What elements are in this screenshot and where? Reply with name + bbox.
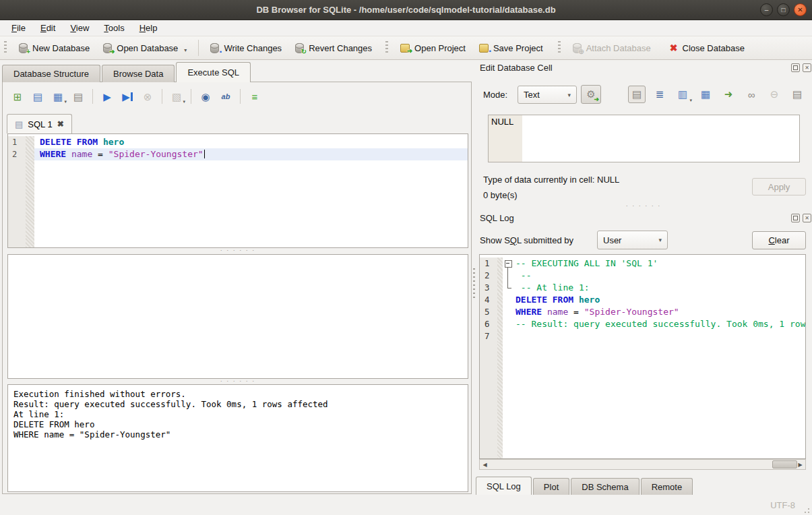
fold-marker [503,270,514,282]
tab-plot[interactable]: Plot [533,478,569,495]
line-number: 2 [8,148,26,160]
find-replace-icon[interactable]: ab [218,88,234,104]
tab-remote[interactable]: Remote [641,478,693,495]
main-toolbar: + New Database ➜ Open Database ▾ ▪ Write… [0,36,812,60]
sql-log-view[interactable]: 1-- EXECUTING ALL IN 'SQL 1' 2 -- 3 -- A… [479,254,806,459]
menu-help[interactable]: Help [132,21,165,35]
menu-edit[interactable]: Edit [33,21,63,35]
print-cell-icon[interactable]: ▤ [788,86,806,103]
horizontal-scrollbar[interactable]: ◀ ▶ [479,459,806,470]
execute-line-icon[interactable]: ▶ [119,88,135,104]
save-project-button[interactable]: ▪ Save Project [472,39,550,57]
open-external-icon[interactable]: ➜ [720,86,737,103]
menu-bar: File Edit View Tools Help [0,20,812,36]
clear-log-button[interactable]: Clear [752,231,806,249]
splitter-handle[interactable]: · · · · · · [7,380,468,384]
open-database-button[interactable]: ➜ Open Database ▾ [96,39,193,57]
set-null-icon[interactable]: ⊖ [766,86,783,103]
filter-label: Show SQL submitted by [480,235,573,245]
scroll-right-icon[interactable]: ▶ [795,460,805,469]
execute-sql-panel: ⊞ ▤ ▦▾ ▤ ▶ ▶ ⊗ ▧▾ ◉ ab ≡ ▤ SQL 1 ✖ 1 [2,82,472,494]
menu-view[interactable]: View [63,21,96,35]
fold-margin [26,148,34,160]
open-database-icon: ➜ [103,43,112,53]
float-dock-icon[interactable] [791,214,800,222]
text-cursor [204,150,205,158]
new-sql-tab-icon[interactable]: ⊞ [9,88,26,104]
close-tab-icon[interactable]: ✖ [57,119,64,129]
mode-label: Mode: [483,90,507,100]
auto-switch-mode-button[interactable]: ⚙ ➜ [581,85,601,104]
minimize-button[interactable]: – [760,3,773,16]
tab-database-structure[interactable]: Database Structure [2,65,100,82]
import-data-icon[interactable]: ▥▾ [674,86,691,103]
tab-sql-log[interactable]: SQL Log [476,477,532,495]
resize-grip[interactable] [802,506,810,514]
toolbar-drag-handle[interactable] [385,41,388,55]
open-project-icon: ➜ [400,44,410,53]
toolbar-separator [198,40,199,56]
attach-database-icon: ⊕ [573,43,582,53]
menu-file[interactable]: File [4,21,33,35]
close-database-icon: ✖ [670,43,678,53]
scroll-left-icon[interactable]: ◀ [480,460,490,469]
open-project-button[interactable]: ➜ Open Project [394,39,472,57]
results-grid[interactable] [7,254,468,379]
toolbar-drag-handle[interactable] [558,41,561,55]
code-line: WHERE name = "Spider-Youngster" [34,148,468,160]
toolbar-separator [92,89,93,104]
cell-type-info: Type of data currently in cell: NULL [483,175,619,185]
revert-changes-button[interactable]: ↻ Revert Changes [288,39,379,57]
format-sql-icon[interactable]: ≡ [247,88,263,104]
dock-tab-bar: SQL Log Plot DB Schema Remote [476,477,693,495]
text-mode-icon[interactable]: ▤ [628,86,646,103]
save-sql-file-icon[interactable]: ▦▾ [50,88,66,104]
copy-link-icon[interactable]: ∞ [743,86,760,103]
dock-controls: ✕ [791,214,811,222]
new-database-icon: + [19,43,28,53]
tab-db-schema[interactable]: DB Schema [571,478,639,495]
maximize-button[interactable]: □ [777,3,790,16]
fold-marker [503,282,514,294]
toolbar-drag-handle[interactable] [4,41,7,55]
toolbar-separator [162,89,162,104]
export-data-icon[interactable]: ▦ [697,86,714,103]
scrollbar-thumb[interactable] [772,460,797,468]
menu-tools[interactable]: Tools [96,21,131,35]
apply-button[interactable]: Apply [752,178,806,195]
encoding-indicator: UTF-8 [770,500,795,510]
close-database-button[interactable]: ✖ Close Database [663,39,751,57]
edit-database-cell-title: Edit Database Cell [480,63,553,73]
word-wrap-icon[interactable]: ≣ [651,86,668,103]
submitted-by-select[interactable]: User ▾ [597,231,668,249]
sql-editor[interactable]: 1 DELETE FROM hero 2 WHERE name = "Spide… [7,133,468,248]
splitter-handle[interactable]: · · · · · · [7,249,468,253]
sql-editor-toolbar: ⊞ ▤ ▦▾ ▤ ▶ ▶ ⊗ ▧▾ ◉ ab ≡ [9,88,263,104]
float-dock-icon[interactable] [791,63,800,72]
print-icon[interactable]: ▤ [70,88,86,104]
find-icon[interactable]: ◉ [197,88,214,104]
stop-icon[interactable]: ⊗ [139,88,156,104]
execute-all-icon[interactable]: ▶ [99,88,115,104]
save-project-icon: ▪ [479,44,489,53]
tab-browse-data[interactable]: Browse Data [102,65,175,82]
sql-1-tab[interactable]: ▤ SQL 1 ✖ [7,114,72,133]
attach-database-button[interactable]: ⊕ Attach Database [566,39,658,57]
cell-value-editor[interactable]: NULL [488,115,800,162]
tab-execute-sql[interactable]: Execute SQL [176,62,251,82]
close-dock-icon[interactable]: ✕ [803,214,811,222]
copy-results-icon[interactable]: ▧▾ [168,88,185,104]
close-dock-icon[interactable]: ✕ [803,63,811,72]
panel-splitter-handle[interactable] [473,268,475,299]
splitter-handle[interactable]: · · · · · · [559,204,728,209]
editor-line: 1 DELETE FROM hero [8,136,468,148]
new-database-button[interactable]: + New Database [12,39,96,57]
open-sql-file-icon[interactable]: ▤ [30,88,46,104]
close-button[interactable]: ✕ [794,3,807,16]
fold-marker[interactable] [503,258,514,270]
open-database-dropdown-icon[interactable]: ▾ [184,47,187,53]
write-changes-button[interactable]: ▪ Write Changes [204,39,288,57]
write-changes-icon: ▪ [210,43,219,53]
mode-select[interactable]: Text ▾ [518,86,577,104]
execution-status-log[interactable]: Execution finished without errors.Result… [7,384,468,492]
